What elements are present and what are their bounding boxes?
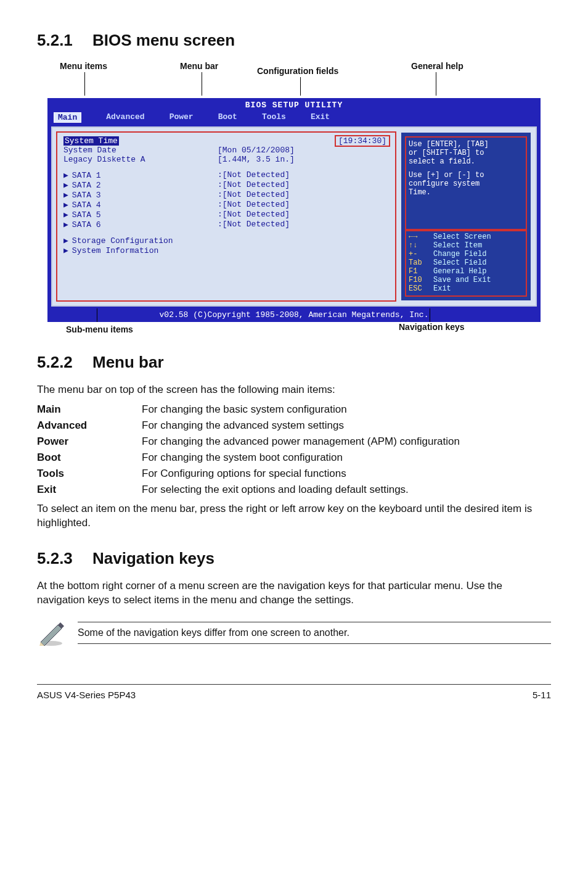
- sata4-label: SATA 4: [72, 200, 101, 210]
- note-row: Some of the navigation keys differ from …: [37, 619, 551, 647]
- sata6-label: SATA 6: [72, 220, 101, 229]
- lbl-general-help: General help: [411, 61, 463, 71]
- tick-nav-keys: [430, 308, 430, 322]
- def-main-term: Main: [37, 403, 142, 416]
- row-sata1[interactable]: ▶SATA 1:[Not Detected]: [63, 170, 389, 180]
- sata1-label: SATA 1: [72, 171, 101, 180]
- tick-menu-items: [84, 72, 85, 96]
- triangle-icon: ▶: [63, 191, 68, 200]
- lbl-menu-items: Menu items: [60, 61, 107, 71]
- bios-left-panel: System Time [19:34:30] System Date [Mon …: [57, 133, 395, 300]
- triangle-icon: ▶: [63, 210, 68, 220]
- lbl-config-fields: Configuration fields: [257, 66, 338, 76]
- def-pow-desc: For changing the advanced power manageme…: [142, 435, 551, 448]
- def-adv-desc: For changing the advanced system setting…: [142, 419, 551, 432]
- nav-pm-key: +-: [409, 250, 433, 258]
- lbl-sub-menu: Sub-menu items: [66, 324, 133, 334]
- footer-left: ASUS V4-Series P5P43: [37, 690, 136, 700]
- sata1-value: :[Not Detected]: [218, 170, 290, 180]
- nav-row-pm: +-Change Field: [409, 250, 523, 258]
- sata3-label: SATA 3: [72, 191, 101, 200]
- tab-main[interactable]: Main: [54, 112, 81, 123]
- nav-row-f10: F10Save and Exit: [409, 276, 523, 284]
- tab-exit[interactable]: Exit: [311, 112, 330, 123]
- row-sata2[interactable]: ▶SATA 2:[Not Detected]: [63, 180, 389, 190]
- page-footer: ASUS V4-Series P5P43 5-11: [37, 690, 551, 700]
- tab-boot[interactable]: Boot: [218, 112, 237, 123]
- def-tools-term: Tools: [37, 468, 142, 480]
- footer-right: 5-11: [533, 690, 551, 700]
- top-label-row: Menu items Menu bar Configuration fields…: [47, 61, 541, 98]
- row-sata3[interactable]: ▶SATA 3:[Not Detected]: [63, 190, 389, 200]
- sec1-num: 5.2.1: [37, 31, 92, 50]
- sec3-body: At the bottom right corner of a menu scr…: [37, 579, 551, 608]
- bios-footer: v02.58 (C)Copyright 1985-2008, American …: [49, 309, 539, 321]
- system-time-value: [19:34:30]: [336, 136, 389, 146]
- triangle-icon: ▶: [63, 236, 68, 245]
- row-system-date[interactable]: System Date [Mon 05/12/2008]: [63, 146, 389, 155]
- tab-advanced[interactable]: Advanced: [106, 112, 144, 123]
- triangle-icon: ▶: [63, 220, 68, 229]
- def-exit: ExitFor selecting the exit options and l…: [37, 484, 551, 496]
- section-2-heading: 5.2.2Menu bar: [37, 353, 551, 372]
- nav-f1-key: F1: [409, 267, 433, 276]
- nav-tab-key: Tab: [409, 258, 433, 267]
- row-storage-config[interactable]: ▶Storage Configuration: [63, 236, 389, 245]
- sec3-num: 5.2.3: [37, 549, 92, 568]
- row-sata5[interactable]: ▶SATA 5:[Not Detected]: [63, 210, 389, 220]
- help-l3: select a field.: [409, 157, 523, 166]
- storage-config-label: Storage Configuration: [72, 236, 173, 245]
- row-system-time[interactable]: System Time [19:34:30]: [63, 136, 389, 146]
- help-l4: Use [+] or [-] to: [409, 171, 523, 179]
- tick-sub-menu: [97, 308, 97, 322]
- def-exit-term: Exit: [37, 484, 142, 496]
- sec2-num: 5.2.2: [37, 353, 92, 372]
- row-system-info[interactable]: ▶System Information: [63, 245, 389, 255]
- def-boot: BootFor changing the system boot configu…: [37, 452, 551, 464]
- nav-lr-desc: Select Screen: [433, 233, 491, 241]
- nav-lr-key: ←→: [409, 233, 433, 241]
- sata2-value: :[Not Detected]: [218, 180, 290, 190]
- nav-pm-desc: Change Field: [433, 250, 486, 258]
- system-time-label: System Time: [63, 136, 119, 146]
- lbl-menu-bar: Menu bar: [180, 61, 218, 71]
- def-tools: ToolsFor Configuring options for special…: [37, 468, 551, 480]
- def-main-desc: For changing the basic system configurat…: [142, 403, 551, 416]
- def-main: MainFor changing the basic system config…: [37, 403, 551, 416]
- lbl-nav-keys: Navigation keys: [399, 322, 465, 332]
- def-tools-desc: For Configuring options for special func…: [142, 468, 551, 480]
- section-1-heading: 5.2.1BIOS menu screen: [37, 31, 551, 50]
- section-3-heading: 5.2.3Navigation keys: [37, 549, 551, 568]
- help-l5: configure system: [409, 179, 523, 188]
- help-l2: or [SHIFT-TAB] to: [409, 149, 523, 157]
- bios-header: BIOS SETUP UTILITY: [49, 99, 539, 111]
- bottom-label-row: Sub-menu items Navigation keys: [47, 322, 541, 347]
- help-l6: Time.: [409, 188, 523, 197]
- def-pow-term: Power: [37, 435, 142, 448]
- tab-tools[interactable]: Tools: [262, 112, 286, 123]
- nav-row-esc: ESCExit: [409, 284, 523, 293]
- sec1-title: BIOS menu screen: [92, 31, 235, 49]
- definition-list: MainFor changing the basic system config…: [37, 403, 551, 496]
- tab-power[interactable]: Power: [169, 112, 194, 123]
- def-advanced: AdvancedFor changing the advanced system…: [37, 419, 551, 432]
- system-info-label: System Information: [72, 246, 158, 255]
- row-legacy-diskette[interactable]: Legacy Diskette A [1.44M, 3.5 in.]: [63, 155, 389, 164]
- sec3-title: Navigation keys: [92, 549, 214, 567]
- general-help-box: Use [ENTER], [TAB] or [SHIFT-TAB] to sel…: [406, 138, 526, 230]
- nav-tab-desc: Select Field: [433, 258, 486, 267]
- triangle-icon: ▶: [63, 200, 68, 210]
- sata5-label: SATA 5: [72, 210, 101, 220]
- sata6-value: :[Not Detected]: [218, 220, 290, 229]
- def-exit-desc: For selecting the exit options and loadi…: [142, 484, 551, 496]
- sata4-value: :[Not Detected]: [218, 200, 290, 210]
- row-sata6[interactable]: ▶SATA 6:[Not Detected]: [63, 220, 389, 229]
- nav-row-f1: F1General Help: [409, 267, 523, 276]
- nav-row-ud: ↑↓Select Item: [409, 241, 523, 250]
- sata2-label: SATA 2: [72, 181, 101, 190]
- sata5-value: :[Not Detected]: [218, 210, 290, 220]
- bios-body: System Time [19:34:30] System Date [Mon …: [51, 126, 537, 307]
- row-sata4[interactable]: ▶SATA 4:[Not Detected]: [63, 200, 389, 210]
- nav-f10-desc: Save and Exit: [433, 276, 491, 284]
- sec2-title: Menu bar: [92, 353, 164, 371]
